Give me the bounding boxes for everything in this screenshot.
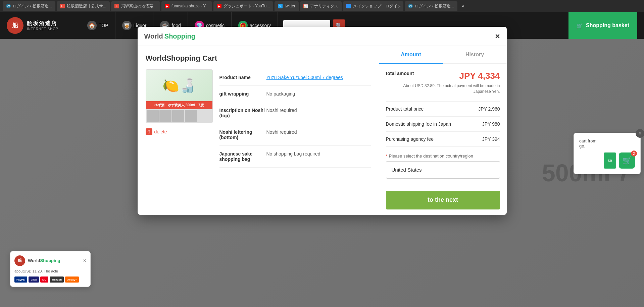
product-image-visual: 🍋🍶 bbox=[146, 70, 212, 101]
cart-side-close-button[interactable]: × bbox=[636, 129, 644, 138]
cart-side-cart-icon[interactable]: 🛒 2 bbox=[619, 152, 635, 169]
cart-side-popup: × cart from ge. se 🛒 2 bbox=[574, 133, 641, 174]
product-image: 🍋🍶 ゆず酒 ゆず貴美人 500ml 7度 bbox=[146, 69, 213, 123]
product-image-bar: ゆず酒 ゆず貴美人 500ml 7度 bbox=[146, 101, 212, 109]
top-icon: 🏠 bbox=[87, 21, 97, 30]
cart-side-text: cart from ge. bbox=[579, 138, 635, 148]
popup-content: aboutUSD 11.23. The actu bbox=[14, 269, 86, 274]
alipay-icon: Alipay+ bbox=[65, 277, 79, 283]
cart-side-se-button[interactable]: se bbox=[604, 152, 616, 169]
cart-badge: 2 bbox=[631, 150, 637, 157]
noshi-row: Noshi lettering (bottom) Noshi required bbox=[219, 124, 371, 146]
gift-row: gift wrapping No packaging bbox=[219, 86, 371, 102]
wp-icon-1: W bbox=[6, 4, 11, 8]
gr-icon-2: F bbox=[60, 4, 65, 8]
destination-select[interactable]: United States bbox=[386, 161, 500, 179]
tab-amount[interactable]: Amount bbox=[379, 46, 443, 64]
browser-tab-6[interactable]: 𝕏 twitter bbox=[275, 1, 299, 11]
tw-icon-6: 𝕏 bbox=[278, 4, 283, 8]
cart-button[interactable]: 🛒 Shopping basket bbox=[568, 12, 637, 39]
browser-tab-8[interactable]: 🌐 メイクショップ ログイン bbox=[343, 1, 403, 11]
cart-title: WorldShopping Cart bbox=[146, 54, 371, 63]
browser-tab-5[interactable]: ▶ ダッシュボード - YouTu... bbox=[213, 1, 273, 11]
gl-icon-8: 🌐 bbox=[346, 4, 351, 8]
side-popup: 船 WorldShopping × aboutUSD 11.23. The ac… bbox=[10, 251, 91, 287]
modal-logo: WorldShopping bbox=[144, 33, 196, 40]
cart-side-footer: se 🛒 2 bbox=[579, 152, 635, 169]
next-button[interactable]: to the next bbox=[386, 191, 500, 209]
bag-row: Japanese sake shopping bag No shopping b… bbox=[219, 146, 371, 168]
browser-tab-7[interactable]: 📊 アナリティクス bbox=[300, 1, 342, 11]
visa-icon: VISA bbox=[29, 277, 39, 283]
modal-header: WorldShopping × bbox=[138, 27, 507, 46]
worldshopping-modal: WorldShopping × WorldShopping Cart 🍋🍶 ゆず… bbox=[138, 27, 507, 215]
amazon-icon: amazon bbox=[50, 277, 64, 283]
browser-tab-1[interactable]: W ログイン ‹ 松坂酒造... bbox=[3, 1, 55, 11]
modal-close-button[interactable]: × bbox=[495, 32, 500, 40]
destination-label: *Please select the destination country/r… bbox=[386, 154, 500, 159]
more-tabs-button[interactable]: » bbox=[459, 3, 467, 9]
browser-tab-bar: W ログイン ‹ 松坂酒造... F 舩坂酒造店【公式サ... F 飛騨高山の地… bbox=[0, 0, 644, 12]
browser-tab-3[interactable]: F 飛騨高山の地酒蔵... bbox=[111, 1, 160, 11]
cart-item: 🍋🍶 ゆず酒 ゆず貴美人 500ml 7度 🗑 delete bbox=[146, 69, 371, 168]
liquor-icon: 🥃 bbox=[122, 21, 132, 30]
gr-icon-3: F bbox=[114, 4, 119, 8]
popup-close-button[interactable]: × bbox=[83, 258, 86, 264]
yt-icon-5: ▶ bbox=[217, 4, 221, 8]
browser-tab-9[interactable]: W ログイン ‹ 松坂酒造... bbox=[405, 1, 457, 11]
yt-icon-4: ▶ bbox=[165, 4, 169, 8]
gr-icon-7: 📊 bbox=[303, 4, 308, 8]
nav-top[interactable]: 🏠 TOP bbox=[81, 12, 115, 39]
product-name-value: Yuzu Sake Yuzubei 500ml 7 degrees bbox=[266, 75, 343, 80]
delete-button[interactable]: 🗑 delete bbox=[146, 128, 167, 135]
popup-header: 船 WorldShopping × bbox=[14, 255, 86, 266]
price-row-shipping: Domestic shipping fee in Japan JPY 980 bbox=[386, 117, 500, 132]
product-thumbnails bbox=[146, 109, 212, 123]
paypal-icon: PayPal bbox=[14, 277, 27, 283]
inscription-row: Inscription on Noshi (top) Noshi require… bbox=[219, 102, 371, 124]
logo-text: 舩坂酒造店 INTERNET SHOP bbox=[27, 20, 58, 31]
price-row-product: Product total price JPY 2,960 bbox=[386, 102, 500, 117]
amount-content: total amount JPY 4,334 About USD 32.89. … bbox=[379, 64, 507, 185]
product-name-row: Product name Yuzu Sake Yuzubei 500ml 7 d… bbox=[219, 69, 371, 86]
modal-body: WorldShopping Cart 🍋🍶 ゆず酒 ゆず貴美人 500ml 7度 bbox=[138, 46, 507, 215]
browser-tab-2[interactable]: F 舩坂酒造店【公式サ... bbox=[57, 1, 110, 11]
trash-icon: 🗑 bbox=[146, 128, 152, 135]
logo-icon: 船 bbox=[7, 17, 23, 34]
browser-tab-4[interactable]: ▶ funasaka shuzo - Y... bbox=[161, 1, 212, 11]
product-details: Product name Yuzu Sake Yuzubei 500ml 7 d… bbox=[219, 69, 371, 168]
mc-icon: MC bbox=[40, 277, 48, 283]
cart-panel: WorldShopping Cart 🍋🍶 ゆず酒 ゆず貴美人 500ml 7度 bbox=[138, 46, 379, 215]
price-row-agency: Purchasing agency fee JPY 394 bbox=[386, 132, 500, 147]
site-logo: 船 舩坂酒造店 INTERNET SHOP bbox=[7, 17, 81, 34]
popup-logo-icon: 船 bbox=[14, 255, 25, 266]
total-section: total amount JPY 4,334 bbox=[386, 71, 500, 81]
total-note: About USD 32.89. The actual payment will… bbox=[386, 83, 500, 95]
wp-icon-9: W bbox=[408, 4, 413, 8]
tab-history[interactable]: History bbox=[443, 46, 507, 64]
destination-section: *Please select the destination country/r… bbox=[386, 154, 500, 179]
tabs: Amount History bbox=[379, 46, 507, 64]
amount-panel: Amount History total amount JPY 4,334 Ab… bbox=[379, 46, 507, 215]
price-breakdown: Product total price JPY 2,960 Domestic s… bbox=[386, 101, 500, 147]
payment-icons: PayPal VISA MC amazon Alipay+ bbox=[14, 277, 86, 283]
